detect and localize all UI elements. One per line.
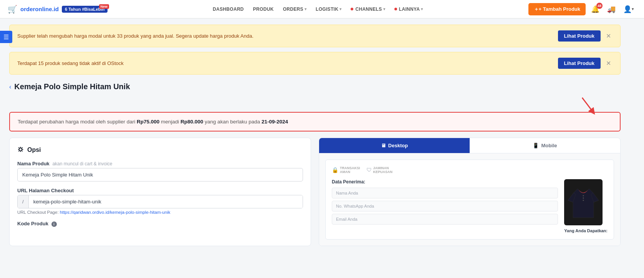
user-chevron-icon: ▾ xyxy=(632,7,634,12)
checkout-url-hint: URL Checkout Page: https://qaridwan.ordi… xyxy=(17,210,303,215)
brand-logo[interactable]: 🛒 orderonline.id 6 Tahun #BisaLebih New xyxy=(8,5,108,14)
warning-date: 21-09-2024 xyxy=(262,119,288,125)
promo-badge: 6 Tahun #BisaLebih New xyxy=(62,6,108,13)
page-title: Kemeja Polo Simple Hitam Unik xyxy=(14,82,130,91)
notification-badge: 48 xyxy=(596,3,603,9)
trust-badge-transaksi: 🔒 TRANSAKSIAMAN xyxy=(332,166,360,174)
warning-new-price: Rp80.000 xyxy=(180,119,203,125)
url-prefix: / xyxy=(18,195,29,208)
shield-icon: 🛡 xyxy=(366,167,372,173)
alert-text-2: Terdapat 15 produk sedang tidak aktif di… xyxy=(17,60,124,66)
nav-orders[interactable]: ORDERS ▾ xyxy=(279,4,310,14)
nama-produk-input[interactable] xyxy=(17,168,303,181)
nav-dashboard[interactable]: DASHBOARD xyxy=(209,4,248,14)
navbar: 🛒 orderonline.id 6 Tahun #BisaLebih New … xyxy=(0,0,644,18)
kode-produk-info-icon[interactable]: i xyxy=(51,221,57,227)
alert-1-actions: Lihat Produk ✕ xyxy=(558,30,613,42)
channels-dot-icon xyxy=(351,8,353,10)
preview-panel: 🖥 Desktop 📱 Mobile 🔒 TRANSAKSIAMAN xyxy=(319,138,621,246)
tab-mobile[interactable]: 📱 Mobile xyxy=(470,138,620,153)
checkout-url-link[interactable]: https://qaridwan.ordivo.id/kemeja-polo-s… xyxy=(60,210,171,215)
page-header: ‹ Kemeja Polo Simple Hitam Unik xyxy=(9,82,621,91)
url-halaman-input[interactable] xyxy=(29,195,303,208)
nav-produk[interactable]: PRODUK xyxy=(249,4,278,14)
opsi-panel-title: ⛭ Opsi xyxy=(17,146,303,154)
preview-wa-input: No. WhatsApp Anda xyxy=(332,201,558,211)
orders-chevron-icon: ▾ xyxy=(305,7,306,11)
sliders-icon: ⛭ xyxy=(17,146,24,154)
preview-inner: 🔒 TRANSAKSIAMAN 🛡 JAMINANKEPUASAN Data P… xyxy=(325,160,614,240)
user-avatar-icon: 👤 xyxy=(623,5,632,13)
alert-banner-1: Supplier telah mengubah harga modal untu… xyxy=(9,25,621,47)
red-arrow-icon xyxy=(578,96,598,115)
main-nav: DASHBOARD PRODUK ORDERS ▾ LOGISTIK ▾ CHA… xyxy=(209,4,427,14)
navbar-actions: ＋ + Tambah Produk 🔔 48 🚚 👤 ▾ xyxy=(528,3,636,15)
url-input-container: / xyxy=(17,195,303,208)
preview-nama-input: Nama Anda xyxy=(332,188,558,198)
svg-point-3 xyxy=(583,198,584,199)
back-button[interactable]: ‹ xyxy=(9,83,11,90)
warning-text-middle: menjadi xyxy=(159,119,180,125)
add-product-button[interactable]: ＋ + Tambah Produk xyxy=(528,3,586,15)
notification-button[interactable]: 🔔 48 xyxy=(589,3,602,15)
opsi-panel: ⛭ Opsi Nama Produk akan muncul di cart &… xyxy=(9,138,311,246)
nama-produk-sublabel: akan muncul di cart & invoice xyxy=(52,161,112,166)
close-alert-2-button[interactable]: ✕ xyxy=(604,60,613,67)
logistik-chevron-icon: ▾ xyxy=(339,7,341,11)
lock-icon: 🔒 xyxy=(332,167,338,173)
kode-produk-label: Kode Produk i xyxy=(17,221,303,227)
nav-logistik[interactable]: LOGISTIK ▾ xyxy=(312,4,345,14)
trust-badge-jaminan: 🛡 JAMINANKEPUASAN xyxy=(366,166,393,174)
data-penerima-label: Data Penerima: xyxy=(332,179,558,185)
svg-point-4 xyxy=(583,200,584,201)
yang-anda-dapatkan-label: Yang Anda Dapatkan: xyxy=(564,228,608,233)
nav-channels[interactable]: CHANNELS ▾ xyxy=(347,4,389,14)
url-halaman-label: URL Halaman Checkout xyxy=(17,188,303,193)
preview-two-col: Data Penerima: Nama Anda No. WhatsApp An… xyxy=(332,179,608,233)
truck-icon: 🚚 xyxy=(607,5,616,13)
brand-text: orderonline.id xyxy=(20,6,59,12)
svg-line-1 xyxy=(582,98,593,112)
warning-text-before: Terdapat perubahan harga modal oleh supp… xyxy=(18,119,137,125)
product-image-area: Yang Anda Dapatkan: xyxy=(564,179,608,233)
desktop-icon: 🖥 xyxy=(381,143,386,148)
lainnya-chevron-icon: ▾ xyxy=(421,7,423,11)
product-image-preview xyxy=(564,179,603,225)
preview-form-area: Data Penerima: Nama Anda No. WhatsApp An… xyxy=(332,179,558,233)
nav-lainnya[interactable]: LAINNYA ▾ xyxy=(391,4,427,14)
delivery-button[interactable]: 🚚 xyxy=(605,3,618,15)
url-halaman-group: URL Halaman Checkout / URL Checkout Page… xyxy=(17,188,303,215)
svg-point-2 xyxy=(583,195,584,196)
nama-produk-label: Nama Produk akan muncul di cart & invoic… xyxy=(17,161,303,166)
main-content: Supplier telah mengubah harga modal untu… xyxy=(0,18,630,252)
brand-icon: 🛒 xyxy=(8,5,17,14)
annotation-arrow xyxy=(9,96,621,115)
warning-text-after: yang akan berlaku pada xyxy=(203,119,262,125)
hamburger-icon: ☰ xyxy=(3,33,9,41)
preview-tabs: 🖥 Desktop 📱 Mobile xyxy=(319,138,620,153)
product-shirt-svg xyxy=(566,181,601,223)
close-alert-1-button[interactable]: ✕ xyxy=(604,32,613,40)
alert-text-1: Supplier telah mengubah harga modal untu… xyxy=(17,33,253,39)
tab-desktop[interactable]: 🖥 Desktop xyxy=(319,138,470,153)
kode-produk-group: Kode Produk i xyxy=(17,221,303,227)
lainnya-dot-icon xyxy=(394,8,397,10)
lihat-produk-button-1[interactable]: Lihat Produk xyxy=(558,30,601,42)
lihat-produk-button-2[interactable]: Lihat Produk xyxy=(558,58,601,69)
alert-2-actions: Lihat Produk ✕ xyxy=(558,58,613,69)
mobile-icon: 📱 xyxy=(533,143,539,148)
channels-chevron-icon: ▾ xyxy=(383,7,385,11)
warning-old-price: Rp75.000 xyxy=(137,119,159,125)
trust-badges-row: 🔒 TRANSAKSIAMAN 🛡 JAMINANKEPUASAN xyxy=(332,166,608,174)
preview-email-input: Email Anda xyxy=(332,214,558,225)
two-col-layout: ⛭ Opsi Nama Produk akan muncul di cart &… xyxy=(9,138,621,246)
nama-produk-group: Nama Produk akan muncul di cart & invoic… xyxy=(17,161,303,181)
user-menu-button[interactable]: 👤 ▾ xyxy=(621,3,636,15)
plus-icon: ＋ xyxy=(534,6,539,13)
alert-banner-2: Terdapat 15 produk sedang tidak aktif di… xyxy=(9,52,621,75)
preview-content: 🔒 TRANSAKSIAMAN 🛡 JAMINANKEPUASAN Data P… xyxy=(319,153,620,246)
sidebar-toggle-button[interactable]: ☰ xyxy=(0,31,12,43)
